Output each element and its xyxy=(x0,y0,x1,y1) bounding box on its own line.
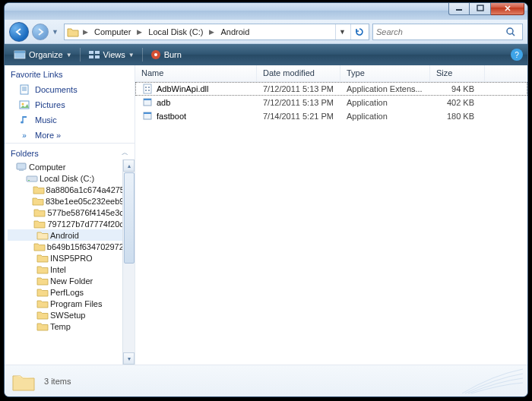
organize-label: Organize xyxy=(29,50,63,59)
tree-item[interactable]: Computer xyxy=(8,161,135,172)
favorites-header: Favorite Links xyxy=(5,65,135,82)
scroll-down-button[interactable]: ▾ xyxy=(123,352,135,365)
svg-rect-15 xyxy=(17,163,26,169)
column-date[interactable]: Date modified xyxy=(257,65,340,81)
tree-item[interactable]: 83be1ee05c232eeb9c0 xyxy=(8,195,135,207)
computer-icon xyxy=(15,162,27,172)
tree-label: 577be5876f4145e3c98 xyxy=(47,208,133,217)
svg-rect-18 xyxy=(28,180,30,181)
folder-icon xyxy=(11,370,36,393)
folder-tree: ComputerLocal Disk (C:)8a8806a1c674a4275… xyxy=(5,159,135,365)
favorite-link[interactable]: Pictures xyxy=(5,97,135,112)
dll-icon xyxy=(141,84,154,94)
organize-button[interactable]: Organize ▼ xyxy=(9,47,77,62)
breadcrumb-item[interactable]: Android xyxy=(217,26,252,38)
breadcrumb[interactable]: ▶ Computer ▶ Local Disk (C:) ▶ Android ▼ xyxy=(64,24,369,40)
tree-item[interactable]: Android xyxy=(8,229,135,241)
burn-label: Burn xyxy=(164,50,182,59)
folder-open-icon xyxy=(36,230,49,240)
chevron-down-icon: ▼ xyxy=(66,52,72,58)
search-box[interactable] xyxy=(372,24,523,40)
tree-item[interactable]: INSP5PRO xyxy=(8,252,135,264)
favorite-link[interactable]: Documents xyxy=(5,82,135,97)
folder-icon xyxy=(36,310,49,320)
views-label: Views xyxy=(103,50,125,59)
file-row[interactable]: AdbWinApi.dll7/12/2011 5:13 PMApplicatio… xyxy=(135,82,527,96)
svg-rect-11 xyxy=(21,85,28,94)
svg-point-21 xyxy=(148,87,150,88)
nav-history-dropdown[interactable]: ▼ xyxy=(52,28,61,36)
favorite-link[interactable]: »More » xyxy=(5,128,135,143)
folders-header[interactable]: Folders ︿ xyxy=(5,143,135,159)
scrollbar[interactable]: ▴ ▾ xyxy=(122,159,135,365)
tree-item[interactable]: 8a8806a1c674a4275cc xyxy=(8,184,135,195)
folder-icon xyxy=(33,207,46,217)
back-button[interactable] xyxy=(9,22,29,42)
tree-item[interactable]: 797127b7d7774f20cb0 xyxy=(8,218,135,229)
tree-item[interactable]: PerfLogs xyxy=(8,286,135,298)
decoration-icon xyxy=(454,368,523,395)
separator xyxy=(80,48,81,62)
svg-point-2 xyxy=(507,28,513,34)
svg-rect-4 xyxy=(14,51,25,53)
folder-icon xyxy=(36,321,49,331)
svg-point-23 xyxy=(148,90,150,91)
minimize-button[interactable] xyxy=(448,3,470,15)
breadcrumb-dropdown[interactable]: ▼ xyxy=(335,24,349,39)
svg-point-20 xyxy=(145,87,147,88)
svg-rect-7 xyxy=(89,55,93,58)
svg-rect-8 xyxy=(95,55,100,58)
folders-header-label: Folders xyxy=(11,149,39,158)
tree-item[interactable]: Local Disk (C:) xyxy=(8,172,135,184)
breadcrumb-item[interactable]: Local Disk (C:) xyxy=(145,26,206,38)
chevron-right-icon: ▶ xyxy=(207,28,216,36)
search-icon[interactable] xyxy=(505,27,522,37)
toolbar: Organize ▼ Views ▼ Burn ? xyxy=(5,44,527,65)
separator xyxy=(142,48,143,62)
file-size: 402 KB xyxy=(430,98,485,107)
scroll-thumb[interactable] xyxy=(124,172,135,264)
burn-button[interactable]: Burn xyxy=(146,47,186,62)
file-date: 7/12/2011 5:13 PM xyxy=(257,84,340,93)
scroll-up-button[interactable]: ▴ xyxy=(123,159,135,172)
tree-item[interactable]: SWSetup xyxy=(8,309,135,320)
forward-button[interactable] xyxy=(32,24,49,40)
file-type: Application xyxy=(340,112,430,121)
file-size: 180 KB xyxy=(430,112,485,121)
favorite-link[interactable]: Music xyxy=(5,112,135,128)
views-button[interactable]: Views ▼ xyxy=(84,47,139,62)
file-row[interactable]: fastboot7/14/2011 5:21 PMApplication180 … xyxy=(135,109,527,123)
column-type[interactable]: Type xyxy=(340,65,430,81)
column-headers: Name Date modified Type Size xyxy=(135,65,527,82)
refresh-button[interactable] xyxy=(350,24,367,39)
tree-item[interactable]: Temp xyxy=(8,320,135,332)
search-input[interactable] xyxy=(373,27,505,36)
tree-item[interactable]: Program Files xyxy=(8,298,135,309)
column-size[interactable]: Size xyxy=(430,65,485,81)
folder-icon xyxy=(66,26,80,38)
help-button[interactable]: ? xyxy=(511,49,523,61)
drive-icon xyxy=(26,173,38,183)
close-button[interactable] xyxy=(491,3,524,15)
tree-item[interactable]: New Folder xyxy=(8,275,135,286)
tree-item[interactable]: 577be5876f4145e3c98 xyxy=(8,207,135,218)
tree-item[interactable]: b649b15f63470297254 xyxy=(8,241,135,252)
tree-label: SWSetup xyxy=(50,311,85,320)
pictures-icon xyxy=(18,99,30,110)
maximize-button[interactable] xyxy=(470,3,491,15)
views-icon xyxy=(88,49,100,60)
column-name[interactable]: Name xyxy=(135,65,257,81)
folder-icon xyxy=(32,196,44,206)
file-row[interactable]: adb7/12/2011 5:13 PMApplication402 KB xyxy=(135,96,527,109)
tree-label: Program Files xyxy=(50,299,102,308)
tree-item[interactable]: Intel xyxy=(8,264,135,275)
chevron-right-icon: ▶ xyxy=(81,28,90,36)
navbar: ▼ ▶ Computer ▶ Local Disk (C:) ▶ Android… xyxy=(5,20,527,44)
svg-point-14 xyxy=(21,122,24,124)
file-name: AdbWinApi.dll xyxy=(157,84,208,93)
exe-icon xyxy=(141,97,154,108)
folder-icon xyxy=(33,185,45,194)
svg-rect-19 xyxy=(144,84,151,93)
chevron-up-icon[interactable]: ︿ xyxy=(122,148,128,158)
breadcrumb-item[interactable]: Computer xyxy=(91,26,134,38)
